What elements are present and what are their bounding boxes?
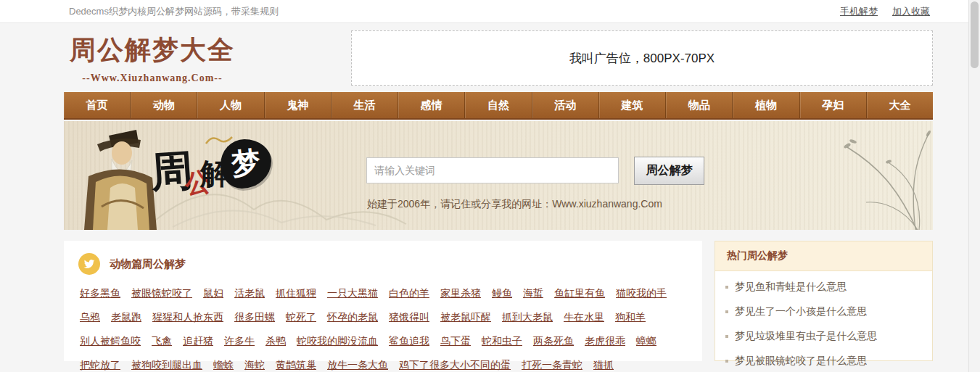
dream-link[interactable]: 牛在水里 <box>564 311 604 323</box>
dream-link[interactable]: 把蛇放了 <box>80 359 120 371</box>
topbar-links: 手机解梦 加入收藏 <box>840 5 933 18</box>
dream-link[interactable]: 狗和羊 <box>615 311 646 323</box>
dream-link[interactable]: 一只大黑猫 <box>327 287 378 299</box>
nav-item[interactable]: 建筑 <box>599 92 666 118</box>
bullet-icon <box>725 335 728 338</box>
dream-link[interactable]: 鸡下了很多大小不同的蛋 <box>399 359 511 371</box>
dream-link[interactable]: 鲨鱼追我 <box>389 335 429 347</box>
logo-subtitle: --Www.Xiuzhanwang.Com-- <box>70 73 235 84</box>
add-favorite-link[interactable]: 加入收藏 <box>892 5 930 18</box>
dream-links-row: 乌鸦老鼠跑猩猩和人抢东西很多田螺蛇死了怀孕的老鼠猪饿得叫被老鼠吓醒抓到大老鼠牛在… <box>75 310 691 324</box>
dream-link[interactable]: 抓住狐狸 <box>276 287 316 299</box>
sidebar-title: 热门周公解梦 <box>715 241 932 271</box>
dream-link[interactable]: 乌鸦 <box>80 311 100 323</box>
dream-link[interactable]: 海蜇 <box>523 287 543 299</box>
dream-link[interactable]: 蟾蜍 <box>213 359 234 371</box>
dream-link[interactable]: 蛇死了 <box>286 311 316 323</box>
nav-item[interactable]: 植物 <box>733 92 799 118</box>
dream-link[interactable]: 飞禽 <box>152 335 172 347</box>
dream-links-row: 别人被鳄鱼咬飞禽追赶猪许多牛杀鸭蛇咬我的脚没流血鲨鱼追我鸟下蛋蛇和虫子两条死鱼老… <box>75 334 691 348</box>
animal-dreams-section: 动物篇周公解梦 好多黑鱼被眼镜蛇咬了鼠妇活老鼠抓住狐狸一只大黑猫白色的羊家里杀猪… <box>64 241 702 361</box>
dream-link[interactable]: 鼠妇 <box>203 287 223 299</box>
dream-link[interactable]: 怀孕的老鼠 <box>327 311 378 323</box>
dream-link[interactable]: 蛇和虫子 <box>482 335 522 347</box>
hot-dream-link[interactable]: 梦见鱼和青蛙是什么意思 <box>735 281 847 294</box>
dream-link[interactable]: 鱼缸里有鱼 <box>554 287 605 299</box>
nav-item[interactable]: 首页 <box>64 92 131 118</box>
site-tagline: 始建于2006年，请记住或分享我的网址：Www.xiuzhanwang.Com <box>367 198 662 211</box>
dream-link[interactable]: 黄鹊筑巢 <box>276 359 316 371</box>
hot-dream-item: 梦见垃圾堆里有虫子是什么意思 <box>725 324 922 349</box>
mobile-dream-link[interactable]: 手机解梦 <box>840 5 878 18</box>
hot-dream-link[interactable]: 梦见生了一个小孩是什么意思 <box>735 305 867 318</box>
nav-item[interactable]: 物品 <box>666 92 733 118</box>
bullet-icon <box>725 310 728 313</box>
dream-link[interactable]: 猪饿得叫 <box>389 311 429 323</box>
section-header: 动物篇周公解梦 <box>75 250 691 276</box>
dream-link[interactable]: 鸟下蛋 <box>440 335 471 347</box>
logo-title: 周公解梦大全 <box>70 33 235 68</box>
nav-item[interactable]: 人物 <box>197 92 264 118</box>
nav-item[interactable]: 孕妇 <box>800 92 867 118</box>
hot-dream-link[interactable]: 梦见被眼镜蛇咬了是什么意思 <box>735 355 867 368</box>
dream-links-row: 好多黑鱼被眼镜蛇咬了鼠妇活老鼠抓住狐狸一只大黑猫白色的羊家里杀猪鳗鱼海蜇鱼缸里有… <box>75 286 691 300</box>
nav-item[interactable]: 生活 <box>332 92 398 118</box>
bullet-icon <box>725 360 728 363</box>
dream-link[interactable]: 打死一条青蛇 <box>522 359 582 371</box>
orchid-illustration <box>831 121 933 230</box>
dream-link[interactable]: 两条死鱼 <box>533 335 574 347</box>
search-input[interactable] <box>366 157 619 183</box>
dream-link[interactable]: 蟑螂 <box>636 335 656 347</box>
bullet-icon <box>725 286 728 289</box>
search-button[interactable]: 周公解梦 <box>634 157 704 185</box>
dream-link[interactable]: 被狗咬到腿出血 <box>131 359 202 371</box>
site-note: Dedecms织梦内核周公解梦网站源码，带采集规则 <box>64 5 279 18</box>
dream-link[interactable]: 许多牛 <box>224 335 255 347</box>
ink-blob: 梦 <box>221 139 271 189</box>
section-title: 动物篇周公解梦 <box>110 257 186 271</box>
dream-link[interactable]: 家里杀猪 <box>440 287 481 299</box>
nav-item[interactable]: 动物 <box>131 92 197 118</box>
calligraphy-char-meng: 梦 <box>229 141 263 184</box>
dream-link[interactable]: 猫咬我的手 <box>616 287 667 299</box>
ad-banner[interactable]: 我叫广告位，800PX-70PX <box>351 30 933 86</box>
scrollbar-thumb[interactable] <box>971 1 979 68</box>
dream-link[interactable]: 活老鼠 <box>234 287 265 299</box>
dream-link[interactable]: 海蛇 <box>244 359 265 371</box>
dream-links-row: 把蛇放了被狗咬到腿出血蟾蜍海蛇黄鹊筑巢放牛一条大鱼鸡下了很多大小不同的蛋打死一条… <box>75 357 691 372</box>
dream-link[interactable]: 猫抓 <box>593 359 614 371</box>
calligraphy: 周 公 解 梦 <box>151 139 281 219</box>
nav-item[interactable]: 感情 <box>398 92 465 118</box>
dream-link[interactable]: 老鼠跑 <box>111 311 141 323</box>
dream-link[interactable]: 鳗鱼 <box>492 287 512 299</box>
dream-link[interactable]: 老虎很乖 <box>585 335 625 347</box>
hot-dream-item: 梦见被眼镜蛇咬了是什么意思 <box>725 349 922 372</box>
bird-icon <box>78 253 100 275</box>
dream-link[interactable]: 蛇咬我的脚没流血 <box>297 335 378 347</box>
dream-link[interactable]: 追赶猪 <box>183 335 213 347</box>
dream-link[interactable]: 放牛一条大鱼 <box>327 359 388 371</box>
topbar: Dedecms织梦内核周公解梦网站源码，带采集规则 手机解梦 加入收藏 <box>0 0 980 23</box>
dream-link[interactable]: 被眼镜蛇咬了 <box>131 287 192 299</box>
nav-item[interactable]: 自然 <box>465 92 532 118</box>
hot-dreams-sidebar: 热门周公解梦 梦见鱼和青蛙是什么意思 梦见生了一个小孩是什么意思 <box>715 241 933 361</box>
scrollbar[interactable] <box>968 0 980 372</box>
hot-dream-link[interactable]: 梦见垃圾堆里有虫子是什么意思 <box>735 330 877 343</box>
dream-link[interactable]: 被老鼠吓醒 <box>440 311 491 323</box>
dream-link[interactable]: 好多黑鱼 <box>80 287 120 299</box>
main-nav: 首页动物人物鬼神生活感情自然活动建筑物品植物孕妇大全 <box>64 92 933 120</box>
site-header: 周公解梦大全 --Www.Xiuzhanwang.Com-- 我叫广告位，800… <box>64 23 933 92</box>
dream-link[interactable]: 很多田螺 <box>234 311 275 323</box>
dream-link[interactable]: 别人被鳄鱼咬 <box>80 335 141 347</box>
main-content: 动物篇周公解梦 好多黑鱼被眼镜蛇咬了鼠妇活老鼠抓住狐狸一只大黑猫白色的羊家里杀猪… <box>64 241 933 361</box>
dream-link[interactable]: 杀鸭 <box>265 335 286 347</box>
nav-item[interactable]: 大全 <box>867 92 933 118</box>
hot-dream-item: 梦见鱼和青蛙是什么意思 <box>725 275 922 299</box>
nav-item[interactable]: 鬼神 <box>265 92 332 118</box>
dream-link[interactable]: 猩猩和人抢东西 <box>152 311 223 323</box>
hot-dreams-list: 梦见鱼和青蛙是什么意思 梦见生了一个小孩是什么意思 梦见垃圾堆里有虫子是什么意思 <box>715 271 932 372</box>
nav-item[interactable]: 活动 <box>532 92 599 118</box>
logo[interactable]: 周公解梦大全 --Www.Xiuzhanwang.Com-- <box>64 33 235 84</box>
dream-link[interactable]: 抓到大老鼠 <box>502 311 553 323</box>
dream-link[interactable]: 白色的羊 <box>389 287 429 299</box>
